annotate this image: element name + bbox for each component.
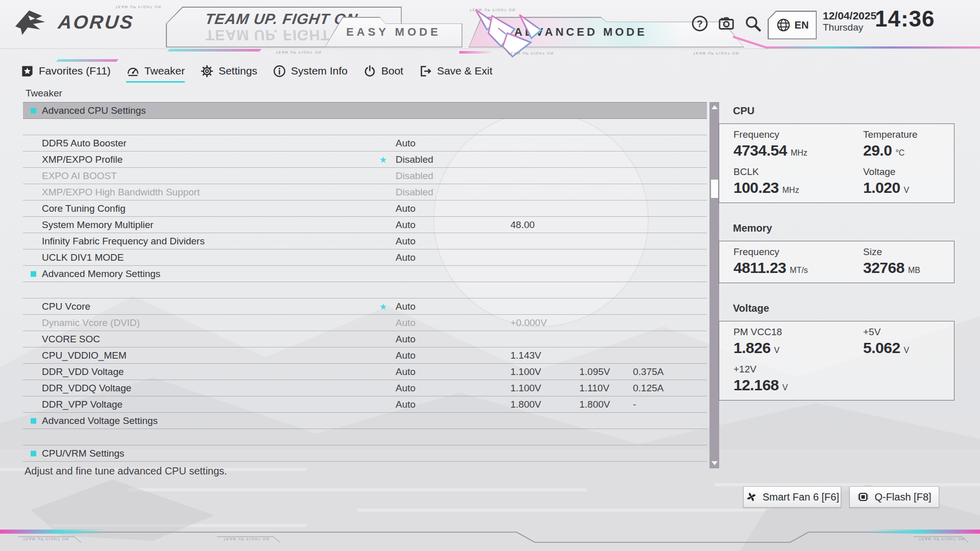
smart-fan-label: Smart Fan 6 [F6] [763,491,839,503]
setting-row-ddr-vdd-voltage[interactable]: DDR_VDD VoltageAuto1.100V1.095V0.375A [23,364,707,380]
setting-row-vcore-soc[interactable]: VCORE SOCAuto [23,331,707,347]
monitor-readout: BCLK100.23MHz [733,166,863,196]
readout-label: +5V [863,327,954,338]
menu-item-boot[interactable]: Boot [363,61,403,81]
tweaker-icon [126,64,140,78]
row-label: Advanced Voltage Settings [42,415,158,427]
readout-unit: MT/s [790,266,808,275]
menu-item-settings[interactable]: Settings [200,61,257,81]
readout-label: PM VCC18 [733,327,863,338]
row-label: DDR5 Auto Booster [42,138,127,149]
scroll-up-arrow-icon[interactable] [712,105,718,109]
spacer-row [23,429,707,445]
settings-list: Advanced CPU SettingsDDR5 Auto BoosterAu… [23,102,707,462]
row-label: VCORE SOC [42,334,100,345]
slogan-gradient-strip [167,49,261,52]
panel-title: CPU [733,105,954,117]
monitor-readout: Temperature29.0°C [863,129,954,159]
setting-row-xmp-expo-profile[interactable]: XMP/EXPO Profile★Disabled [23,152,707,168]
micro-text: TEAM UP FIGHT ON [23,537,69,541]
chip-icon [857,491,869,503]
setting-row-core-tuning-config[interactable]: Core Tuning ConfigAuto [23,201,707,217]
setting-row-ddr-vpp-voltage[interactable]: DDR_VPP VoltageAuto1.800V1.800V- [23,396,707,413]
time-label: 14:36 [875,6,935,32]
language-selector[interactable]: EN [768,11,817,39]
menu-item-label: Save & Exit [437,65,493,77]
micro-text: TEAM UP FIGHT ON [276,51,322,54]
scrollbar[interactable] [709,102,719,468]
readout-label: Frequency [733,129,863,140]
hardware-monitor-sidebar: CPUFrequency4734.54MHzTemperature29.0°CB… [719,105,954,420]
aorus-logo: AORUS [13,8,134,37]
setting-row-infinity-fabric-frequency-and-dividers[interactable]: Infinity Fabric Frequency and DividersAu… [23,233,707,249]
tab-easy-label: EASY MODE [326,26,462,39]
monitor-readout: Frequency4811.23MT/s [733,246,863,277]
camera-icon[interactable] [717,14,736,33]
qflash-label: Q-Flash [F8] [874,491,931,503]
smart-fan-button[interactable]: Smart Fan 6 [F6] [743,486,841,508]
submenu-row-advanced-voltage-settings[interactable]: Advanced Voltage Settings [23,413,707,429]
row-label: CPU Vcore [42,301,90,312]
row-label: DDR_VDDQ Voltage [42,383,131,394]
row-label: CPU/VRM Settings [42,448,125,459]
bottom-decor [0,525,980,551]
readout-label: Frequency [733,246,863,258]
row-value: Auto [396,301,415,312]
submenu-row-advanced-cpu-settings[interactable]: Advanced CPU Settings [23,102,707,119]
setting-row-ddr-vddq-voltage[interactable]: DDR_VDDQ VoltageAuto1.100V1.110V0.125A [23,380,707,396]
monitor-panel-memory: MemoryFrequency4811.23MT/sSize32768MB [719,222,954,283]
date-label: 12/04/2025 [823,10,876,22]
row-label: XMP/EXPO Profile [42,154,122,165]
qflash-button[interactable]: Q-Flash [F8] [849,486,939,508]
row-value: 48.00 [510,219,535,231]
row-label: DDR_VPP Voltage [42,399,122,410]
setting-row-system-memory-multiplier[interactable]: System Memory MultiplierAuto48.00 [23,217,707,233]
setting-row-cpu-vddio-mem[interactable]: CPU_VDDIO_MEMAuto1.143V [23,347,707,364]
menu-item-label: Favorites (F11) [39,65,111,77]
row-value: Auto [396,399,415,410]
setting-row-xmp-expo-high-bandwidth-support: XMP/EXPO High Bandwidth SupportDisabled [23,184,707,201]
row-value: 1.800V [510,399,541,410]
row-value: Disabled [396,170,433,182]
setting-row-expo-ai-boost: EXPO AI BOOSTDisabled [23,168,707,184]
header-icons: ? [690,14,763,33]
row-value: 1.100V [510,366,541,378]
main-menu: Favorites (F11)TweakerSettingsSystem Inf… [20,61,493,81]
menu-item-system-info[interactable]: System Info [273,61,348,81]
menu-item-save-exit[interactable]: Save & Exit [419,61,493,81]
setting-row-uclk-div1-mode[interactable]: UCLK DIV1 MODEAuto [23,249,707,266]
readout-value: 12.168 [733,377,779,394]
aorus-eagle-icon [13,8,53,37]
row-value: 1.095V [579,366,610,378]
panel-title: Voltage [733,303,954,314]
panel-box: Frequency4811.23MT/sSize32768MB [719,241,954,283]
boot-icon [363,64,377,78]
setting-row-ddr5-auto-booster[interactable]: DDR5 Auto BoosterAuto [23,135,707,152]
tab-easy-mode[interactable]: EASY MODE [325,17,462,47]
settings-icon [200,64,214,78]
row-value: 0.125A [633,383,664,394]
row-value: 1.110V [579,383,609,394]
aorus-wordmark: AORUS [57,12,135,33]
submenu-row-cpu-vrm-settings[interactable]: CPU/VRM Settings [23,445,707,462]
row-value: 1.100V [510,383,541,394]
globe-icon [776,17,791,33]
panel-title: Memory [733,222,954,234]
setting-row-dynamic-vcore-dvid-: Dynamic Vcore (DVID)Auto+0.000V [23,315,707,331]
menu-item-label: Boot [381,65,403,77]
spacer-row [23,282,707,298]
setting-row-cpu-vcore[interactable]: CPU Vcore★Auto [23,298,707,315]
row-value: 0.375A [633,366,664,378]
help-text: Adjust and fine tune advanced CPU settin… [24,465,227,477]
readout-unit: MB [908,266,920,275]
svg-text:?: ? [697,18,702,29]
search-icon[interactable] [743,14,763,33]
row-value: Disabled [396,187,433,198]
submenu-row-advanced-memory-settings[interactable]: Advanced Memory Settings [23,266,707,282]
scrollbar-thumb[interactable] [711,180,718,198]
menu-item-tweaker[interactable]: Tweaker [126,61,185,81]
scroll-down-arrow-icon[interactable] [712,461,718,465]
menu-item-favorites-f11-[interactable]: Favorites (F11) [20,61,111,81]
submenu-bullet-icon [31,418,36,423]
help-icon[interactable]: ? [690,14,709,33]
